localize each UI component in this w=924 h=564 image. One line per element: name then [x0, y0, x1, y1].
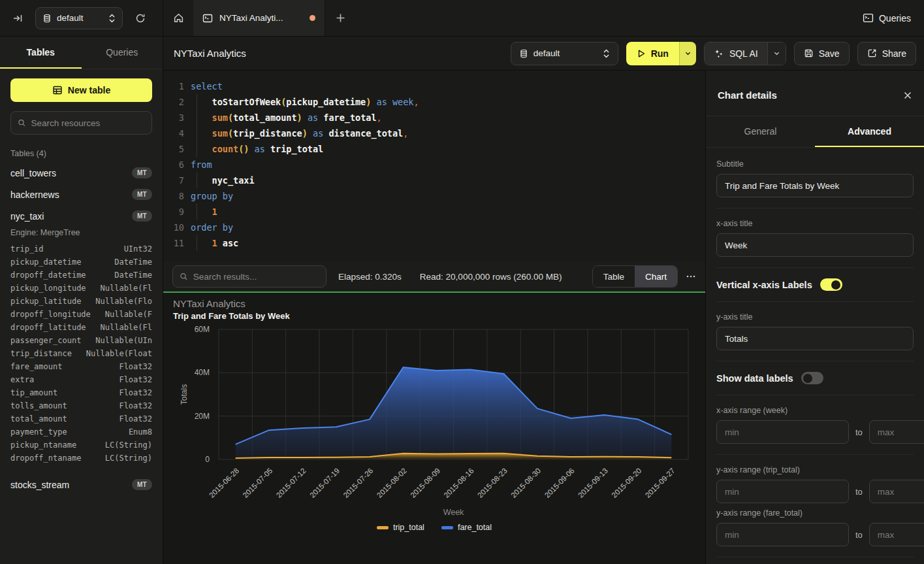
toolbar: default Run SQL AI [511, 42, 916, 65]
line-number: 6 [170, 157, 184, 173]
view-toggle: Table Chart [592, 265, 678, 288]
svg-text:2015-08-09: 2015-08-09 [409, 467, 441, 499]
sql-ai-options-button[interactable] [767, 42, 786, 65]
code-line[interactable]: 1select [170, 78, 705, 94]
queries-button-label: Queries [879, 13, 911, 24]
chart-subtitle: Trip and Fare Totals by Week [173, 311, 290, 321]
close-panel-button[interactable] [903, 91, 912, 100]
svg-text:2015-06-28: 2015-06-28 [208, 467, 240, 499]
code-line[interactable]: 11 1 asc [170, 235, 705, 251]
run-button[interactable]: Run [626, 42, 679, 65]
sidebar-tab-queries[interactable]: Queries [82, 37, 163, 69]
tables-section-header: Tables (4) [10, 149, 152, 158]
svg-text:Week: Week [443, 508, 464, 517]
elapsed-stat: Elapsed: 0.320s [338, 272, 402, 282]
results-bar: Elapsed: 0.320s Read: 20,000,000 rows (2… [163, 261, 705, 291]
code-text: select [191, 78, 223, 94]
xaxis-title-input[interactable] [716, 233, 914, 257]
code-text: sum(total_amount) as fare_total, [191, 110, 382, 125]
code-line[interactable]: 8group by [170, 188, 705, 204]
save-icon [804, 48, 814, 58]
line-number: 8 [170, 188, 184, 204]
svg-text:2015-08-23: 2015-08-23 [476, 467, 509, 499]
toolbar-database-value: default [534, 48, 597, 58]
view-toggle-table[interactable]: Table [593, 266, 635, 287]
yaxis-range-trip-max-input[interactable] [869, 480, 924, 503]
yaxis-range-trip-min-input[interactable] [716, 480, 849, 503]
svg-text:2015-07-12: 2015-07-12 [275, 467, 308, 499]
results-search-input[interactable] [193, 272, 319, 282]
panel-title: Chart details [718, 90, 777, 101]
left-sidebar: Tables Queries New table Tables (4) cell… [0, 37, 163, 564]
range-to-label: to [855, 487, 863, 497]
read-stat: Read: 20,000,000 rows (260.00 MB) [420, 272, 562, 282]
code-text: sum(trip_distance) as distance_total, [191, 125, 408, 141]
code-line[interactable]: 2 toStartOfWeek(pickup_datetime) as week… [170, 94, 705, 110]
engine-badge: MT [132, 167, 152, 178]
xaxis-range-max-input[interactable] [869, 420, 924, 444]
run-options-button[interactable] [679, 42, 696, 65]
sql-editor[interactable]: 1select2 toStartOfWeek(pickup_datetime) … [163, 71, 705, 261]
sidebar-tab-tables[interactable]: Tables [0, 37, 82, 69]
yaxis-range-fare-min-input[interactable] [716, 523, 849, 546]
collapse-sidebar-icon [12, 13, 23, 24]
code-line[interactable]: 10order by [170, 220, 705, 235]
legend-item-trip_total[interactable]: trip_total [377, 523, 424, 532]
vertical-xaxis-labels-toggle[interactable] [820, 278, 842, 291]
new-tab-button[interactable] [325, 0, 355, 36]
code-line[interactable]: 6from [170, 157, 705, 173]
column-name: extra [10, 375, 34, 384]
code-text: from [191, 157, 212, 173]
divider [716, 361, 914, 361]
collapse-sidebar-button[interactable] [8, 8, 27, 28]
column-row: total_amountFloat32 [0, 412, 163, 425]
share-icon [867, 48, 877, 58]
chevron-updown-icon [108, 14, 116, 23]
xaxis-range-min-input[interactable] [716, 420, 849, 444]
toolbar-database-selector[interactable]: default [511, 42, 618, 65]
save-button[interactable]: Save [794, 42, 850, 65]
table-item-hackernews[interactable]: hackernewsMT [0, 184, 163, 205]
code-text: order by [191, 220, 233, 235]
legend-item-fare_total[interactable]: fare_total [441, 523, 492, 532]
share-button[interactable]: Share [857, 42, 916, 65]
code-line[interactable]: 3 sum(total_amount) as fare_total, [170, 110, 705, 125]
table-list: cell_towersMThackernewsMTnyc_taxiMTEngin… [0, 162, 163, 495]
query-header: NYTaxi Analytics default Run [163, 37, 924, 71]
new-table-button[interactable]: New table [10, 78, 152, 102]
table-item-stocks_stream[interactable]: stocks_streamMT [0, 474, 163, 495]
code-line[interactable]: 7 nyc_taxi [170, 173, 705, 188]
column-row: fare_amountFloat32 [0, 360, 163, 373]
code-line[interactable]: 4 sum(trip_distance) as distance_total, [170, 125, 705, 141]
code-line[interactable]: 9 1 [170, 204, 705, 220]
view-toggle-chart[interactable]: Chart [635, 266, 677, 287]
refresh-button[interactable] [131, 8, 150, 28]
panel-tab-general[interactable]: General [706, 116, 815, 147]
yaxis-range-fare-max-input[interactable] [869, 523, 924, 546]
panel-tab-advanced[interactable]: Advanced [815, 116, 924, 147]
code-text: group by [191, 188, 233, 204]
table-item-nyc_taxi[interactable]: nyc_taxiMT [0, 205, 163, 227]
sql-ai-button[interactable]: SQL AI [705, 42, 767, 65]
yaxis-title-input[interactable] [716, 327, 914, 350]
line-number: 3 [170, 110, 184, 125]
database-selector[interactable]: default [35, 7, 123, 29]
chart-title: NYTaxi Analytics [173, 298, 246, 309]
chart-details-panel: Chart details General Advanced Subtitle … [705, 71, 924, 564]
svg-text:0: 0 [205, 455, 210, 464]
code-line[interactable]: 5 count() as trip_total [170, 141, 705, 157]
resource-search-input[interactable] [31, 118, 145, 128]
svg-text:2015-09-27: 2015-09-27 [644, 467, 677, 499]
results-more-button[interactable] [686, 271, 696, 282]
queries-button[interactable]: Queries [863, 12, 911, 24]
table-item-cell_towers[interactable]: cell_towersMT [0, 162, 163, 184]
legend-label: fare_total [458, 523, 492, 532]
show-data-labels-toggle[interactable] [801, 372, 823, 384]
results-search [172, 265, 327, 288]
home-button[interactable] [163, 0, 193, 36]
column-type: Nullable(Fl [101, 284, 152, 293]
tab-nytaxi-analytics[interactable]: NYTaxi Analyti... [193, 0, 325, 36]
subtitle-input[interactable] [716, 174, 914, 197]
column-row: payment_typeEnum8 [0, 425, 163, 439]
topbar-left: default [0, 0, 163, 36]
